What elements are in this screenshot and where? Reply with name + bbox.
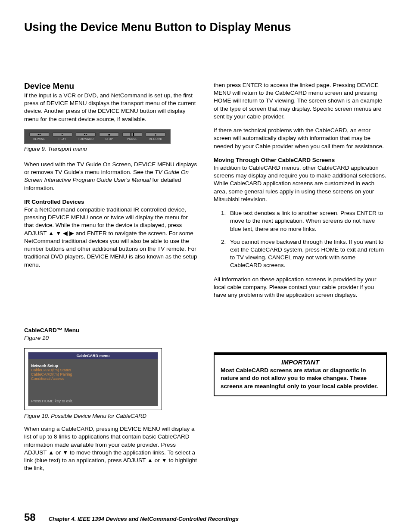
important-title: IMPORTANT xyxy=(221,358,380,366)
transport-record: ● RECORD xyxy=(145,132,166,140)
record-icon: ● xyxy=(146,132,165,137)
cablecard-item: CableCARD(tm) Pairing xyxy=(31,372,155,376)
transport-menu-figure: ◂◂ REWIND ▸ PLAY ▸▸ FORWARD ■ STOP ❚❚ PA… xyxy=(24,129,171,144)
play-icon: ▸ xyxy=(53,132,72,137)
figure-9-caption: Figure 9. Transport menu xyxy=(24,146,197,152)
transport-rewind: ◂◂ REWIND xyxy=(28,132,50,140)
text-bold: CableCARD™ Menu xyxy=(24,327,79,333)
cablecard-footer: Press HOME key to exit. xyxy=(28,397,158,406)
important-body: Most CableCARD screens are status or dia… xyxy=(221,367,380,390)
cablecard-item: CableCARD(tm) Status xyxy=(31,368,155,372)
page-number: 58 xyxy=(24,511,36,523)
pause-icon: ❚❚ xyxy=(122,132,142,137)
two-column-layout: Device Menu If the input is a VCR or DVD… xyxy=(24,81,387,478)
paragraph: When used with the TV Guide On Screen, D… xyxy=(24,161,197,192)
page-footer: 58 Chapter 4. IEEE 1394 Devices and NetC… xyxy=(24,511,239,523)
transport-label: FORWARD xyxy=(78,137,94,140)
figure-10-caption: Figure 10. Possible Device Menu for Cabl… xyxy=(24,413,197,419)
paragraph: For a NetCommand compatible traditional … xyxy=(24,206,197,269)
paragraph: All information on these application scr… xyxy=(214,276,387,299)
rewind-icon: ◂◂ xyxy=(29,132,49,137)
important-callout: IMPORTANT Most CableCARD screens are sta… xyxy=(214,352,387,396)
figure-10-ref: Figure 10 xyxy=(24,334,197,342)
paragraph: In addition to CableCARD menus, other Ca… xyxy=(214,164,387,203)
subhead-ir-controlled: IR Controlled Devices xyxy=(24,198,197,206)
paragraph: If the input is a VCR or DVD, and NetCom… xyxy=(24,92,197,123)
stop-icon: ■ xyxy=(99,132,119,137)
transport-forward: ▸▸ FORWARD xyxy=(75,132,97,140)
transport-label: STOP xyxy=(105,137,113,140)
numbered-list: Blue text denotes a link to another scre… xyxy=(214,209,387,270)
paragraph: then press ENTER to access the linked pa… xyxy=(214,81,387,121)
cablecard-figure: CableCARD menu Network Setup CableCARD(t… xyxy=(24,348,162,410)
section-heading-device-menu: Device Menu xyxy=(24,81,197,91)
transport-stop: ■ STOP xyxy=(98,132,120,140)
transport-label: PLAY xyxy=(59,137,66,140)
cablecard-title: CableCARD menu xyxy=(28,352,158,359)
cablecard-item: Conditional Access xyxy=(31,376,155,381)
transport-pause: ❚❚ PAUSE xyxy=(121,132,143,140)
subhead-cablecard-menu: CableCARD™ Menu xyxy=(24,327,197,334)
subhead-moving-through: Moving Through Other CableCARD Screens xyxy=(214,156,387,164)
list-item: You cannot move backward through the lin… xyxy=(227,238,387,270)
paragraph: If there are technical problems with the… xyxy=(214,127,387,150)
transport-label: PAUSE xyxy=(127,137,137,140)
cablecard-body: Network Setup CableCARD(tm) Status Cable… xyxy=(28,359,158,397)
transport-label: RECORD xyxy=(149,137,162,140)
page-title: Using the Device Menu Button to Display … xyxy=(24,21,387,34)
forward-icon: ▸▸ xyxy=(76,132,96,137)
transport-play: ▸ PLAY xyxy=(52,132,73,140)
right-column: then press ENTER to access the linked pa… xyxy=(214,81,387,478)
cablecard-screen: CableCARD menu Network Setup CableCARD(t… xyxy=(28,352,158,406)
cablecard-item-selected: Network Setup xyxy=(31,364,155,368)
list-item: Blue text denotes a link to another scre… xyxy=(227,209,387,233)
left-column: Device Menu If the input is a VCR or DVD… xyxy=(24,81,197,478)
paragraph: When using a CableCARD, pressing DEVICE … xyxy=(24,425,197,472)
transport-label: REWIND xyxy=(33,137,45,140)
chapter-title: Chapter 4. IEEE 1394 Devices and NetComm… xyxy=(49,516,239,522)
